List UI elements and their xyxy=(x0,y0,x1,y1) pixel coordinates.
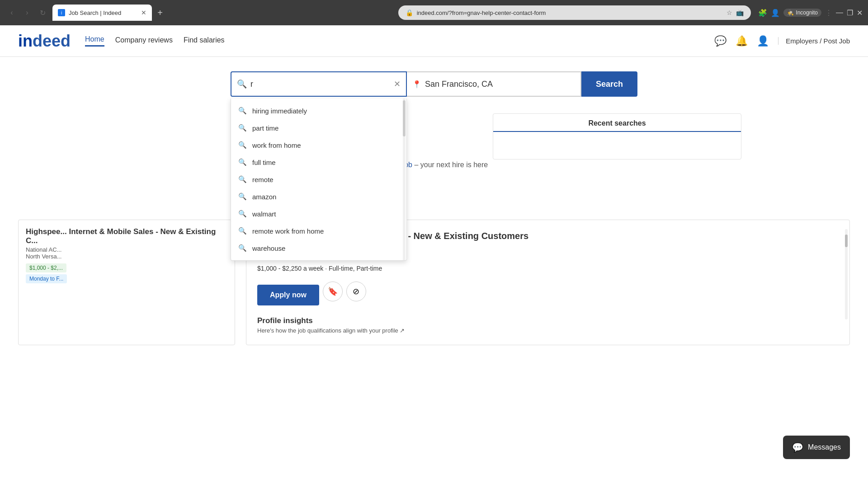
search-suggest-icon-4: 🔍 xyxy=(238,158,247,166)
job-card-location-label: North Versa... xyxy=(26,253,227,260)
detail-scroll-thumb xyxy=(845,235,848,247)
autocomplete-item-full-time[interactable]: 🔍 full time xyxy=(231,154,406,171)
messages-icon-button[interactable]: 💬 xyxy=(714,35,726,47)
search-suggest-icon-5: 🔍 xyxy=(238,175,247,183)
search-suggest-icon-7: 🔍 xyxy=(238,210,247,218)
browser-controls: ‹ › ↻ xyxy=(5,6,49,19)
tab-title: Job Search | Indeed xyxy=(69,9,121,16)
autocomplete-label: hiring immediately xyxy=(252,107,307,115)
autocomplete-label: full time xyxy=(252,159,276,166)
search-suggest-icon: 🔍 xyxy=(238,107,247,115)
messages-float-label: Messages xyxy=(808,443,841,451)
profile-insights-title: Profile insights xyxy=(257,316,839,325)
autocomplete-item-warehouse[interactable]: 🔍 warehouse xyxy=(231,239,406,257)
search-box-wrapper: 🔍 ✕ 📍 Search 🔍 hiring immediately 🔍 par xyxy=(231,71,637,97)
recent-searches-content xyxy=(493,132,741,159)
bookmark-icon[interactable]: ☆ xyxy=(726,9,732,16)
post-job-link[interactable]: Employers / Post Job xyxy=(778,37,850,45)
autocomplete-item-walmart[interactable]: 🔍 walmart xyxy=(231,205,406,222)
autocomplete-label: warehouse xyxy=(252,244,285,252)
search-suggest-icon-8: 🔍 xyxy=(238,227,247,235)
autocomplete-label: work from home xyxy=(252,141,301,149)
account-icon-button[interactable]: 👤 xyxy=(757,35,769,47)
detail-scrollbar[interactable] xyxy=(845,229,848,319)
autocomplete-label: remote xyxy=(252,176,274,183)
address-bar-container[interactable]: 🔒 indeed.com/?from=gnav-help-center-cont… xyxy=(398,5,751,20)
location-search-box: 📍 xyxy=(407,71,581,97)
job-card-company-label: National AC... xyxy=(26,246,227,253)
location-input[interactable] xyxy=(425,80,575,89)
header-right: 💬 🔔 👤 Employers / Post Job xyxy=(714,35,850,47)
notifications-icon-button[interactable]: 🔔 xyxy=(736,35,748,47)
menu-icon[interactable]: ⋮ xyxy=(825,9,832,17)
profile-insights-sub: Here's how the job qualifications align … xyxy=(257,327,839,334)
tab-bar: i Job Search | Indeed ✕ + xyxy=(52,5,391,21)
incognito-label: Incognito xyxy=(796,9,818,16)
save-job-button[interactable]: 🔖 xyxy=(323,282,343,301)
tab-close-button[interactable]: ✕ xyxy=(141,9,146,16)
autocomplete-dropdown: 🔍 hiring immediately 🔍 part time 🔍 work … xyxy=(231,99,407,261)
autocomplete-item-remote[interactable]: 🔍 remote xyxy=(231,171,406,188)
salary-text: $1,000 - $2,250 a week xyxy=(257,265,323,272)
dropdown-scroll-thumb xyxy=(403,100,406,136)
job-card-left[interactable]: Highspee... Internet & Mobile Sales - Ne… xyxy=(18,220,235,345)
job-detail-salary-type: $1,000 - $2,250 a week · Full-time, Part… xyxy=(257,265,839,272)
active-tab[interactable]: i Job Search | Indeed ✕ xyxy=(52,5,152,21)
autocomplete-label: remote work from home xyxy=(252,227,324,235)
autocomplete-item-work-from-home[interactable]: 🔍 work from home xyxy=(231,136,406,154)
job-search-box: 🔍 ✕ xyxy=(231,71,407,97)
action-row: Apply now 🔖 ⊘ xyxy=(257,277,839,305)
autocomplete-item-amazon[interactable]: 🔍 amazon xyxy=(231,188,406,205)
location-icon: 📍 xyxy=(412,80,421,89)
job-type-text: · xyxy=(325,265,329,272)
nav-find-salaries[interactable]: Find salaries xyxy=(184,36,225,46)
messages-float-button[interactable]: 💬 Messages xyxy=(783,436,850,459)
search-suggest-icon-2: 🔍 xyxy=(238,124,247,132)
browser-chrome: ‹ › ↻ i Job Search | Indeed ✕ + 🔒 indeed… xyxy=(0,0,868,25)
tab-favicon: i xyxy=(58,9,65,16)
main-nav: Home Company reviews Find salaries xyxy=(85,35,700,47)
cast-icon[interactable]: 📺 xyxy=(736,9,744,16)
not-interested-button[interactable]: ⊘ xyxy=(346,282,366,301)
incognito-badge: 🕵️ Incognito xyxy=(783,9,821,17)
search-suggest-icon-9: 🔍 xyxy=(238,244,247,252)
indeed-logo[interactable]: indeed xyxy=(18,32,71,51)
indeed-page: indeed Home Company reviews Find salarie… xyxy=(0,25,868,468)
search-suggest-icon-6: 🔍 xyxy=(238,192,247,201)
window-controls: — ❐ ✕ xyxy=(836,9,863,17)
recent-searches-title: Recent searches xyxy=(588,119,646,127)
search-area: 🔍 ✕ 📍 Search 🔍 hiring immediately 🔍 par xyxy=(0,57,868,97)
autocomplete-label: part time xyxy=(252,124,278,132)
jobs-section: Highspee... Internet & Mobile Sales - Ne… xyxy=(0,220,868,345)
autocomplete-item-remote-work-from-home[interactable]: 🔍 remote work from home xyxy=(231,222,406,239)
back-button[interactable]: ‹ xyxy=(5,6,18,19)
job-search-input[interactable] xyxy=(250,80,390,89)
apply-now-button[interactable]: Apply now xyxy=(257,285,319,305)
profile-insights: Profile insights Here's how the job qual… xyxy=(257,316,839,334)
job-card-title: Highspee... Internet & Mobile Sales - Ne… xyxy=(26,227,227,245)
forward-button[interactable]: › xyxy=(21,6,33,19)
close-button[interactable]: ✕ xyxy=(857,9,863,17)
post-job-text: – your next hire is here xyxy=(414,161,488,169)
messages-float-icon: 💬 xyxy=(792,442,803,453)
refresh-button[interactable]: ↻ xyxy=(36,6,49,19)
autocomplete-item-part-time[interactable]: 🔍 part time xyxy=(231,119,406,136)
nav-company-reviews[interactable]: Company reviews xyxy=(115,36,173,46)
dropdown-scrollbar[interactable] xyxy=(403,99,406,260)
indeed-header: indeed Home Company reviews Find salarie… xyxy=(0,25,868,57)
profile-icon[interactable]: 👤 xyxy=(771,9,780,17)
search-button[interactable]: Search xyxy=(581,71,637,97)
search-suggest-icon-3: 🔍 xyxy=(238,141,247,149)
minimize-button[interactable]: — xyxy=(836,9,843,17)
nav-home[interactable]: Home xyxy=(85,35,104,47)
incognito-hat-icon: 🕵️ xyxy=(787,9,794,16)
maximize-button[interactable]: ❐ xyxy=(847,9,853,17)
address-display: indeed.com/?from=gnav-help-center-contac… xyxy=(417,9,546,16)
search-icon: 🔍 xyxy=(237,79,247,89)
extensions-icon[interactable]: 🧩 xyxy=(758,9,767,17)
salary-badge: $1,000 - $2,... xyxy=(26,263,66,272)
recent-searches-panel: Recent searches xyxy=(493,113,741,160)
clear-search-button[interactable]: ✕ xyxy=(394,79,401,89)
new-tab-button[interactable]: + xyxy=(154,6,166,19)
autocomplete-item-hiring-immediately[interactable]: 🔍 hiring immediately xyxy=(231,102,406,119)
